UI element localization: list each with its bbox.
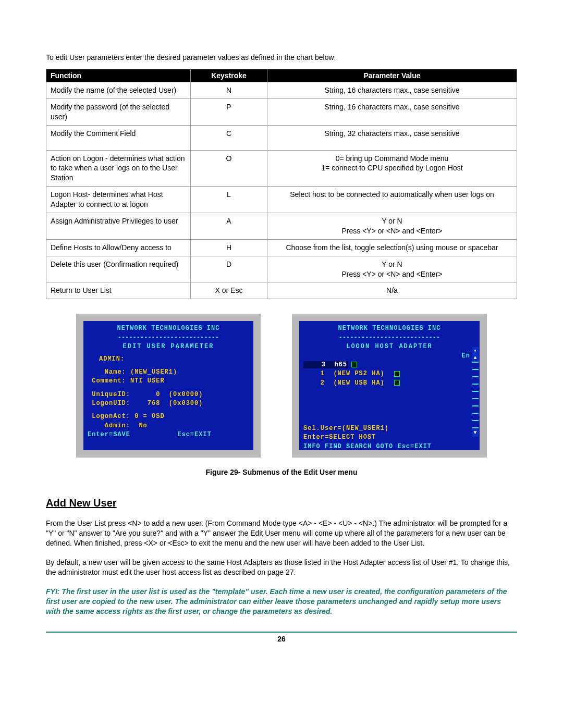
- checkbox-icon: [394, 371, 400, 377]
- cell-key: N: [191, 82, 267, 99]
- osd-subtitle: LOGON HOST ADAPTER: [303, 342, 475, 351]
- table-row: Modify the password (of the selected use…: [46, 98, 517, 125]
- cell-key: O: [191, 150, 267, 187]
- th-function: Function: [46, 69, 191, 82]
- fyi-note: FYI: The first user in the user list is …: [46, 587, 517, 616]
- cell-fn: Define Hosts to Allow/Deny access to: [46, 239, 191, 256]
- scroll-up-icon: ▲: [472, 354, 479, 362]
- cell-key: P: [191, 98, 267, 125]
- cell-key: D: [191, 256, 267, 282]
- figure-caption: Figure 29- Submenus of the Edit User men…: [46, 468, 517, 476]
- osd-scrollbar: ▴ ▲ ▼: [472, 347, 479, 437]
- cell-fn: Modify the password (of the selected use…: [46, 98, 191, 125]
- osd-logonact-line: LogonAct: 0 = OSD: [88, 412, 249, 421]
- cell-key: H: [191, 239, 267, 256]
- osd-title: NETWORK TECHNOLOGIES INC: [303, 324, 475, 333]
- scroll-top-icon: ▴: [472, 347, 479, 354]
- table-row: Define Hosts to Allow/Deny access to H C…: [46, 239, 517, 256]
- cell-val: 0= bring up Command Mode menu 1= connect…: [267, 150, 517, 187]
- osd-host-row: 1 (NEW PS2 HA): [303, 369, 475, 378]
- osd-logon-host: NETWORK TECHNOLOGIES INC ---------------…: [299, 321, 480, 450]
- cell-val: Choose from the list, toggle selection(s…: [267, 239, 517, 256]
- scroll-down-icon: ▼: [472, 429, 479, 437]
- cell-val: String, 16 characters max., case sensiti…: [267, 98, 517, 125]
- footer-rule: [46, 632, 517, 633]
- osd-en-header: En: [303, 352, 475, 361]
- cell-val: String, 32 characters max., case sensiti…: [267, 125, 517, 150]
- osd-divider: ---------------------------: [303, 334, 475, 342]
- osd-enter-hint: Enter=SELECT HOST: [303, 433, 475, 442]
- osd-host-row: 2 (NEW USB HA): [303, 379, 475, 388]
- osd-menu-footer: INFO FIND SEARCH GOTO Esc=EXIT: [303, 442, 475, 451]
- osd-admin-line: Admin: No: [88, 422, 249, 430]
- parameters-table: Function Keystroke Parameter Value Modif…: [46, 69, 517, 299]
- osd-name-line: Name: (NEW_USER1): [88, 368, 249, 377]
- th-parameter-value: Parameter Value: [267, 69, 517, 82]
- osd-divider: ---------------------------: [88, 334, 249, 342]
- cell-fn: Delete this user (Confirmation required): [46, 256, 191, 282]
- table-row: Modify the Comment Field C String, 32 ch…: [46, 125, 517, 150]
- table-row: Logon Host- determines what Host Adapter…: [46, 187, 517, 213]
- osd-uniqueid-line: UniqueID: 0 (0x0000): [88, 390, 249, 399]
- page-number: 26: [46, 635, 517, 643]
- osd-footer: Enter=SAVE Esc=EXIT: [88, 430, 249, 439]
- osd-edit-user: NETWORK TECHNOLOGIES INC ---------------…: [83, 321, 253, 450]
- cell-val: String, 16 characters max., case sensiti…: [267, 82, 517, 99]
- section-heading-add-new-user: Add New User: [46, 497, 517, 509]
- osd-logon-host-frame: NETWORK TECHNOLOGIES INC ---------------…: [292, 314, 487, 458]
- cell-val: N/a: [267, 282, 517, 299]
- cell-fn: Modify the Comment Field: [46, 125, 191, 150]
- checkbox-icon: [394, 380, 400, 386]
- osd-sel-user: Sel.User=(NEW_USER1): [303, 424, 475, 433]
- checkbox-icon: [351, 362, 357, 367]
- table-row: Modify the name (of the selected User) N…: [46, 82, 517, 99]
- cell-key: C: [191, 125, 267, 150]
- cell-fn: Modify the name (of the selected User): [46, 82, 191, 99]
- cell-val: Select host to be connected to automatic…: [267, 187, 517, 213]
- cell-key: A: [191, 213, 267, 240]
- osd-edit-user-frame: NETWORK TECHNOLOGIES INC ---------------…: [76, 314, 261, 458]
- cell-val: Y or N Press <Y> or <N> and <Enter>: [267, 213, 517, 240]
- cell-key: X or Esc: [191, 282, 267, 299]
- cell-fn: Return to User List: [46, 282, 191, 299]
- cell-fn: Logon Host- determines what Host Adapter…: [46, 187, 191, 213]
- osd-comment-line: Comment: NTI USER: [88, 377, 249, 386]
- paragraph: From the User List press <N> to add a ne…: [46, 519, 517, 548]
- cell-fn: Action on Logon - determines what action…: [46, 150, 191, 187]
- table-row: Return to User List X or Esc N/a: [46, 282, 517, 299]
- paragraph: By default, a new user will be given acc…: [46, 558, 517, 577]
- osd-title: NETWORK TECHNOLOGIES INC: [88, 324, 249, 333]
- osd-admin-label: ADMIN:: [88, 355, 249, 364]
- table-row: Delete this user (Confirmation required)…: [46, 256, 517, 282]
- cell-key: L: [191, 187, 267, 213]
- intro-text: To edit User parameters enter the desire…: [46, 53, 517, 61]
- osd-host-row-selected: 3 h65: [303, 361, 475, 369]
- osd-subtitle: EDIT USER PARAMETER: [88, 342, 249, 351]
- cell-fn: Assign Administrative Privileges to user: [46, 213, 191, 240]
- table-row: Assign Administrative Privileges to user…: [46, 213, 517, 240]
- th-keystroke: Keystroke: [191, 69, 267, 82]
- cell-val: Y or N Press <Y> or <N> and <Enter>: [267, 256, 517, 282]
- table-row: Action on Logon - determines what action…: [46, 150, 517, 187]
- osd-logonuid-line: LogonUID: 768 (0x0300): [88, 399, 249, 408]
